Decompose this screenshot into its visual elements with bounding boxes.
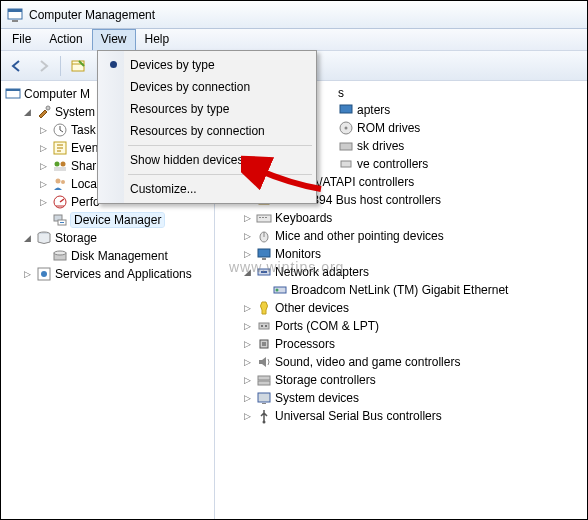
tree-label: Mice and other pointing devices	[275, 229, 444, 243]
hid-icon	[338, 156, 354, 172]
expand-icon[interactable]: ▷	[241, 248, 253, 260]
menu-action[interactable]: Action	[40, 29, 91, 50]
expand-icon[interactable]: ▷	[241, 230, 253, 242]
menu-bar: File Action View Help	[1, 29, 587, 51]
network-icon	[256, 264, 272, 280]
tree-label: Monitors	[275, 247, 321, 261]
expand-icon[interactable]: ▷	[241, 410, 253, 422]
task-icon	[52, 122, 68, 138]
tree-label: Shar	[71, 159, 96, 173]
expand-icon[interactable]: ▷	[37, 196, 49, 208]
device-usb[interactable]: ▷Universal Serial Bus controllers	[237, 407, 587, 425]
device-manager-icon	[52, 212, 68, 228]
tools-icon	[36, 104, 52, 120]
svg-rect-52	[258, 381, 270, 385]
shared-icon	[52, 158, 68, 174]
svg-point-45	[276, 289, 279, 292]
expand-icon[interactable]: ▷	[241, 302, 253, 314]
expand-icon[interactable]: ▷	[21, 268, 33, 280]
tree-label: System devices	[275, 391, 359, 405]
tree-label: Task	[71, 123, 96, 137]
device-ports[interactable]: ▷Ports (COM & LPT)	[237, 317, 587, 335]
expand-icon[interactable]: ▷	[241, 212, 253, 224]
menu-view[interactable]: View	[92, 29, 136, 50]
svg-rect-1	[8, 9, 22, 12]
tree-label: Network adapters	[275, 265, 369, 279]
device-broadcom-netlink[interactable]: Broadcom NetLink (TM) Gigabit Ethernet	[253, 281, 587, 299]
expand-icon[interactable]: ▷	[241, 374, 253, 386]
menu-item-label: Customize...	[130, 182, 197, 196]
tree-services-applications[interactable]: ▷ Services and Applications	[17, 265, 214, 283]
tree-storage[interactable]: ◢ Storage	[17, 229, 214, 247]
menu-file[interactable]: File	[3, 29, 40, 50]
svg-point-48	[265, 325, 267, 327]
collapse-icon[interactable]: ◢	[21, 232, 33, 244]
device-keyboards[interactable]: ▷Keyboards	[237, 209, 587, 227]
menu-resources-by-connection[interactable]: Resources by connection	[100, 120, 314, 142]
device-other-devices[interactable]: ▷Other devices	[237, 299, 587, 317]
tree-label: Even	[71, 141, 98, 155]
tree-label: Sound, video and game controllers	[275, 355, 460, 369]
device-network-adapters[interactable]: ◢Network adapters	[237, 263, 587, 281]
svg-rect-54	[262, 403, 266, 404]
svg-rect-50	[262, 342, 266, 346]
expand-icon[interactable]: ▷	[241, 338, 253, 350]
menu-item-label: Devices by connection	[130, 80, 250, 94]
port-icon	[256, 318, 272, 334]
menu-resources-by-type[interactable]: Resources by type	[100, 98, 314, 120]
expand-icon[interactable]: ▷	[37, 124, 49, 136]
expand-icon[interactable]: ▷	[37, 178, 49, 190]
tree-disk-management[interactable]: Disk Management	[33, 247, 214, 265]
collapse-icon[interactable]	[323, 87, 335, 99]
tree-label: s	[338, 86, 344, 100]
device-processors[interactable]: ▷Processors	[237, 335, 587, 353]
keyboard-icon	[256, 210, 272, 226]
device-root[interactable]: s	[319, 85, 587, 101]
device-system-devices[interactable]: ▷System devices	[237, 389, 587, 407]
device-monitors[interactable]: ▷Monitors	[237, 245, 587, 263]
svg-rect-53	[258, 393, 270, 402]
expand-icon[interactable]: ▷	[37, 160, 49, 172]
device-mice[interactable]: ▷Mice and other pointing devices	[237, 227, 587, 245]
collapse-icon[interactable]: ◢	[21, 106, 33, 118]
storage-ctrl-icon	[256, 372, 272, 388]
svg-point-16	[56, 179, 61, 184]
tree-label: Processors	[275, 337, 335, 351]
expand-icon[interactable]: ▷	[37, 142, 49, 154]
device-hid[interactable]: ve controllers	[319, 155, 587, 173]
tree-label: Device Manager	[71, 213, 164, 227]
collapse-icon[interactable]: ◢	[241, 266, 253, 278]
menu-devices-by-connection[interactable]: Devices by connection	[100, 76, 314, 98]
forward-button[interactable]	[31, 54, 55, 78]
menu-show-hidden-devices[interactable]: Show hidden devices	[100, 149, 314, 171]
event-icon	[52, 140, 68, 156]
device-disk-drives[interactable]: sk drives	[319, 137, 587, 155]
expand-icon[interactable]: ▷	[241, 356, 253, 368]
tree-device-manager[interactable]: Device Manager	[33, 211, 214, 229]
menu-separator	[128, 174, 312, 175]
svg-rect-3	[72, 61, 84, 71]
svg-point-13	[55, 162, 60, 167]
menu-help[interactable]: Help	[136, 29, 179, 50]
svg-rect-30	[340, 143, 352, 150]
tree-label: sk drives	[357, 139, 404, 153]
device-cdrom-drives[interactable]: ROM drives	[319, 119, 587, 137]
processor-icon	[256, 336, 272, 352]
back-button[interactable]	[5, 54, 29, 78]
menu-item-label: Show hidden devices	[130, 153, 243, 167]
tree-label: Disk Management	[71, 249, 168, 263]
svg-point-47	[261, 325, 263, 327]
display-icon	[338, 102, 354, 118]
menu-item-label: Resources by type	[130, 102, 229, 116]
device-sound[interactable]: ▷Sound, video and game controllers	[237, 353, 587, 371]
menu-devices-by-type[interactable]: Devices by type	[100, 54, 314, 76]
menu-item-label: Devices by type	[130, 58, 215, 72]
menu-customize[interactable]: Customize...	[100, 178, 314, 200]
expand-icon[interactable]: ▷	[241, 392, 253, 404]
device-storage-controllers[interactable]: ▷Storage controllers	[237, 371, 587, 389]
device-display-adapters[interactable]: apters	[319, 101, 587, 119]
show-hide-button[interactable]	[66, 54, 90, 78]
usb-icon	[256, 408, 272, 424]
storage-icon	[36, 230, 52, 246]
expand-icon[interactable]: ▷	[241, 320, 253, 332]
